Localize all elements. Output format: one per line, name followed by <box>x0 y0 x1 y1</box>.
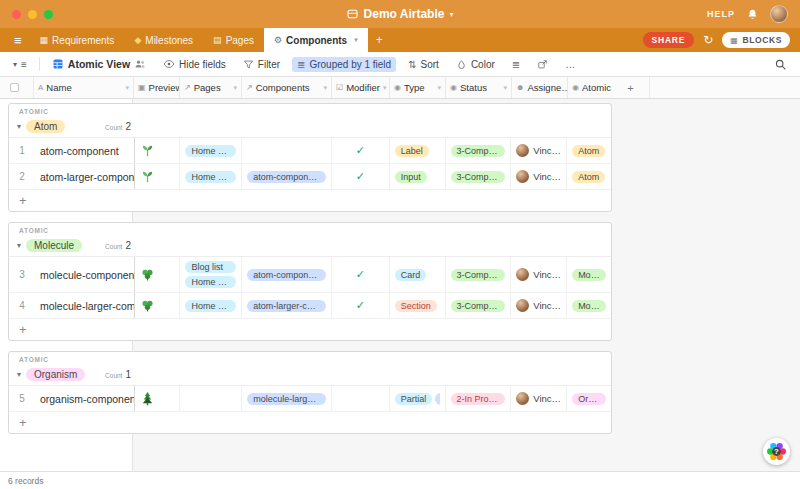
atomic-cell[interactable]: Organism <box>567 386 611 411</box>
table-row[interactable]: 4 molecule-larger-component Home Page at… <box>9 293 611 319</box>
blocks-button[interactable]: ▦ BLOCKS <box>722 32 790 48</box>
modifier-cell[interactable]: ✓ <box>332 293 390 318</box>
add-field-button[interactable]: + <box>612 77 650 98</box>
status-cell[interactable]: 3-Complete <box>446 293 512 318</box>
zoom-window-button[interactable] <box>44 10 53 19</box>
components-cell[interactable]: molecule-larger-component <box>242 386 332 411</box>
type-cell[interactable]: Input <box>390 164 446 189</box>
add-record-button[interactable]: + <box>9 412 611 433</box>
column-header-modifier[interactable]: ☑ Modifier ▾ <box>332 77 390 98</box>
atomic-cell[interactable]: Atom <box>567 164 611 189</box>
tab-pages[interactable]: ▤ Pages <box>203 28 264 52</box>
column-caret-icon[interactable]: ▾ <box>125 84 129 92</box>
close-window-button[interactable] <box>12 10 21 19</box>
assignee-cell[interactable]: Vince M… <box>511 138 567 163</box>
column-caret-icon[interactable]: ▾ <box>233 84 237 92</box>
table-row[interactable]: 2 atom-larger-component Home Page atom-c… <box>9 164 611 190</box>
pages-cell[interactable]: Blog list Home Page <box>180 257 242 292</box>
add-record-button[interactable]: + <box>9 319 611 340</box>
status-cell[interactable]: 3-Complete <box>446 164 512 189</box>
sort-button[interactable]: ⇅ Sort <box>403 57 444 72</box>
components-cell[interactable] <box>242 138 332 163</box>
color-button[interactable]: Color <box>451 57 500 72</box>
table-row[interactable]: 5 organism-component molecule-larger-com… <box>9 386 611 412</box>
components-cell[interactable]: atom-component <box>242 257 332 292</box>
add-record-button[interactable]: + <box>9 190 611 211</box>
view-sidebar-toggle[interactable]: ▾ ≡ <box>8 57 32 72</box>
modifier-cell[interactable]: ✓ <box>332 164 390 189</box>
modifier-cell[interactable]: ✓ <box>332 257 390 292</box>
pages-cell[interactable]: Home Page <box>180 293 242 318</box>
preview-cell[interactable] <box>135 257 181 292</box>
bell-icon[interactable] <box>746 8 759 21</box>
filter-button[interactable]: Filter <box>238 57 285 72</box>
view-switcher[interactable]: Atomic View <box>47 56 151 72</box>
tab-requirements[interactable]: ▦ Requirements <box>30 28 125 52</box>
pages-cell[interactable]: Home Page <box>180 138 242 163</box>
row-height-button[interactable]: ≣ <box>507 57 525 72</box>
modifier-cell[interactable] <box>332 386 390 411</box>
column-caret-icon[interactable]: ▾ <box>383 84 387 92</box>
components-cell[interactable]: atom-component <box>242 164 332 189</box>
type-cell[interactable]: Label <box>390 138 446 163</box>
status-cell[interactable]: 2-In Progress <box>446 386 512 411</box>
help-flower-button[interactable]: ? <box>763 438 790 465</box>
group-button[interactable]: ≣ Grouped by 1 field <box>292 57 396 72</box>
preview-cell[interactable] <box>135 293 181 318</box>
hide-fields-button[interactable]: Hide fields <box>158 56 231 72</box>
atomic-cell[interactable]: Atom <box>567 138 611 163</box>
select-all-checkbox[interactable] <box>10 83 19 92</box>
assignee-cell[interactable]: Vince M… <box>511 257 567 292</box>
table-row[interactable]: 1 atom-component Home Page ✓ Label 3-Com… <box>9 138 611 164</box>
components-cell[interactable]: atom-larger-component <box>242 293 332 318</box>
type-cell[interactable]: Section <box>390 293 446 318</box>
collapse-group-icon[interactable]: ▾ <box>17 370 21 379</box>
name-cell[interactable]: organism-component <box>35 386 135 411</box>
collapse-group-icon[interactable]: ▾ <box>17 122 21 131</box>
column-header-pages[interactable]: ↗ Pages ▾ <box>180 77 242 98</box>
type-cell[interactable]: Partial Banner <box>390 386 446 411</box>
tab-components[interactable]: ⚙ Components ▾ <box>264 28 368 52</box>
hamburger-menu-icon[interactable]: ≡ <box>6 28 30 52</box>
atomic-cell[interactable]: Molecule <box>567 257 611 292</box>
share-button[interactable]: SHARE <box>643 32 695 48</box>
type-cell[interactable]: Card <box>390 257 446 292</box>
preview-cell[interactable] <box>135 164 181 189</box>
assignee-cell[interactable]: Vince M… <box>511 293 567 318</box>
assignee-cell[interactable]: Vince M… <box>511 386 567 411</box>
status-cell[interactable]: 3-Complete <box>446 257 512 292</box>
column-header-name[interactable]: A Name ▾ <box>34 77 134 98</box>
help-link[interactable]: HELP <box>707 9 735 19</box>
column-caret-icon[interactable]: ▾ <box>323 84 327 92</box>
atomic-cell[interactable]: Molecule <box>567 293 611 318</box>
history-icon[interactable]: ↻ <box>703 33 713 47</box>
table-row[interactable]: 3 molecule-component Blog list Home Page… <box>9 257 611 293</box>
column-header-assign[interactable]: ☻ Assigne… ▾ <box>512 77 568 98</box>
column-caret-icon[interactable]: ▾ <box>437 84 441 92</box>
tab-menu-caret-icon[interactable]: ▾ <box>354 36 358 44</box>
column-header-atomic[interactable]: ◉ Atomic ▾ <box>568 77 612 98</box>
modifier-cell[interactable]: ✓ <box>332 138 390 163</box>
more-options-button[interactable]: … <box>560 57 580 72</box>
name-cell[interactable]: atom-component <box>35 138 135 163</box>
status-cell[interactable]: 3-Complete <box>446 138 512 163</box>
base-menu-caret-icon[interactable]: ▾ <box>449 10 453 19</box>
preview-cell[interactable] <box>135 386 181 411</box>
share-view-button[interactable] <box>532 57 553 72</box>
column-header-preview[interactable]: ▣ Preview ▾ <box>134 77 180 98</box>
tab-milestones[interactable]: ◆ Milestones <box>124 28 203 52</box>
search-button[interactable] <box>769 56 792 73</box>
collapse-group-icon[interactable]: ▾ <box>17 241 21 250</box>
name-cell[interactable]: molecule-component <box>35 257 135 292</box>
pages-cell[interactable]: Home Page <box>180 164 242 189</box>
column-header-components[interactable]: ↗ Components ▾ <box>242 77 332 98</box>
user-avatar[interactable] <box>770 5 788 23</box>
preview-cell[interactable] <box>135 138 181 163</box>
name-cell[interactable]: atom-larger-component <box>35 164 135 189</box>
column-caret-icon[interactable]: ▾ <box>503 84 507 92</box>
column-header-status[interactable]: ◉ Status ▾ <box>446 77 512 98</box>
pages-cell[interactable] <box>180 386 242 411</box>
add-table-button[interactable]: + <box>368 28 391 52</box>
minimize-window-button[interactable] <box>28 10 37 19</box>
column-header-type[interactable]: ◉ Type ▾ <box>390 77 446 98</box>
